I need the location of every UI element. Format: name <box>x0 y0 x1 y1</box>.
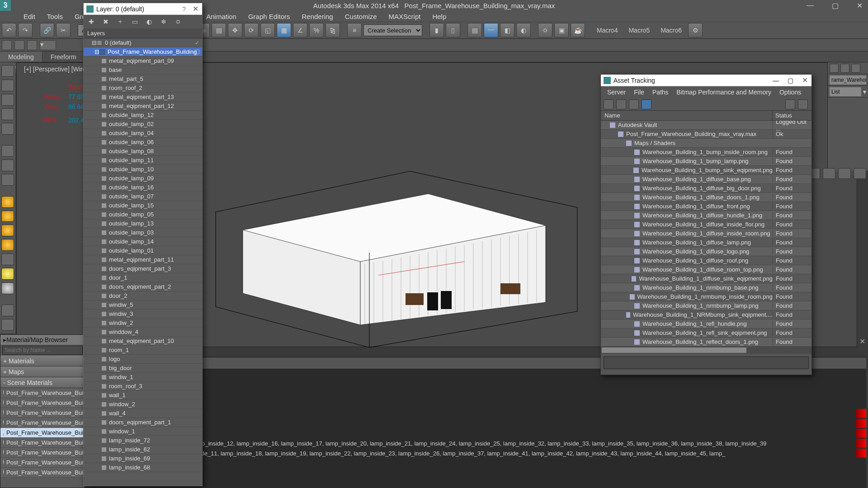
asset-min-button[interactable]: — <box>773 77 779 84</box>
asset-menu-options[interactable]: Options <box>776 88 805 97</box>
ls-grid-icon[interactable] <box>1 108 14 120</box>
layer-item[interactable]: outside_lamp_04 <box>84 129 202 138</box>
layer-item[interactable]: room_roof_2 <box>84 84 202 93</box>
modifier-list[interactable]: List <box>830 87 861 96</box>
menu-edit[interactable]: Edit <box>18 12 41 21</box>
ls-helper-1[interactable] <box>1 145 14 157</box>
col-name[interactable]: Name <box>601 111 773 120</box>
maximize-button[interactable]: ▢ <box>828 1 842 10</box>
named-selection[interactable]: Create Selection Se <box>363 24 422 36</box>
asset-row[interactable]: Warehouse_Building_1_diffuse_big_door.pn… <box>601 184 811 193</box>
layer-item[interactable]: metal_eqipment_part_09 <box>84 56 202 66</box>
layer-item[interactable]: metal_eqipment_part_11 <box>84 255 202 264</box>
menu-customize[interactable]: Customize <box>340 12 382 21</box>
layer-item[interactable]: door_1 <box>84 273 202 282</box>
asset-row[interactable]: Maps / Shaders <box>601 139 811 148</box>
macro-settings[interactable]: ⚙ <box>688 23 703 38</box>
layer-item[interactable]: outside_lamp_16 <box>84 183 202 192</box>
schematic-button[interactable]: ◧ <box>500 23 514 38</box>
asset-dialog-title[interactable]: Asset Tracking — ▢ ✕ <box>601 75 811 86</box>
section-scene-materials[interactable]: - Scene Materials <box>0 377 85 388</box>
vp-orbit-icon[interactable] <box>838 168 851 179</box>
asset-row[interactable]: Warehouse_Building_1_diffuse_logo.pngFou… <box>601 247 811 256</box>
toggle-1[interactable]: ▮ <box>429 23 444 38</box>
layer-select-icon[interactable]: ▭ <box>130 17 140 27</box>
scene-material-item[interactable]: Post_Frame_Warehouse_Buil <box>0 458 85 468</box>
asset-row[interactable]: Warehouse_Building_1_nrmbump_inside_room… <box>601 292 811 301</box>
layer-item[interactable]: metal_eqipment_part_12 <box>84 102 202 111</box>
asset-help-icon[interactable] <box>785 99 795 109</box>
material-editor-button[interactable]: ◐ <box>516 23 531 38</box>
vp-zoom-icon[interactable] <box>823 168 835 179</box>
layer-item[interactable]: lamp_inside_72 <box>84 436 202 445</box>
asset-row[interactable]: Warehouse_Building_1_nrmbump_base.pngFou… <box>601 283 811 292</box>
layer-item[interactable]: outside_lamp_13 <box>84 219 202 228</box>
cmd-modify-icon[interactable] <box>840 64 849 73</box>
layer-dialog-help[interactable]: ? <box>182 5 186 13</box>
ls-systems-icon[interactable] <box>1 305 14 316</box>
render-frame-button[interactable]: ▣ <box>554 23 569 38</box>
asset-row[interactable]: Warehouse_Building_1_nrmbump_lamp.pngFou… <box>601 301 811 310</box>
layer-new-icon[interactable]: ✚ <box>86 17 96 27</box>
layer-item[interactable]: windiw_1 <box>84 373 202 382</box>
layer-item[interactable]: big_door <box>84 364 202 373</box>
curve-editor-button[interactable]: 〰 <box>484 23 498 38</box>
mirror-button[interactable]: ⧎ <box>326 23 340 38</box>
layer-item[interactable]: window_1 <box>84 427 202 436</box>
app-logo-icon[interactable]: 3 <box>0 0 11 11</box>
panel-close-icon[interactable]: ✕ <box>859 337 865 346</box>
layer-item[interactable]: lamp_inside_69 <box>84 454 202 463</box>
layer-dialog[interactable]: Layer: 0 (default) ? ✕ ✚ ✖ ＋ ▭ ◐ ❄ ⛭ Lay… <box>83 3 203 486</box>
percent-snap[interactable]: % <box>309 23 324 38</box>
ls-cylinder-icon[interactable] <box>1 225 14 236</box>
redo-button[interactable]: ↷ <box>18 23 33 38</box>
asset-refresh-icon[interactable] <box>604 99 613 109</box>
ls-light-icon[interactable] <box>1 123 14 135</box>
ls-sphere-icon[interactable] <box>1 211 14 222</box>
ls-cone-icon[interactable] <box>1 253 14 265</box>
menu-graph-editors[interactable]: Graph Editors <box>243 12 296 21</box>
asset-row[interactable]: Warehouse_Building_1_diffuse_room_top.pn… <box>601 265 811 274</box>
layer-dialog-title[interactable]: Layer: 0 (default) ? ✕ <box>84 3 202 15</box>
cmd-hierarchy-icon[interactable] <box>851 64 860 73</box>
layer-item[interactable]: metal_eqipment_part_10 <box>84 337 202 346</box>
tab-modeling[interactable]: Modeling <box>0 52 42 62</box>
sec-btn-2[interactable] <box>14 40 24 50</box>
asset-view2-icon[interactable] <box>629 99 639 109</box>
asset-menu-server[interactable]: Server <box>604 88 629 97</box>
scene-material-item[interactable]: Post_Frame_Warehouse_Buil <box>0 408 85 418</box>
layer-item[interactable]: outside_lamp_02 <box>84 120 202 129</box>
layer-item[interactable]: outside_lamp_09 <box>84 174 202 183</box>
layer-manager-button[interactable]: ▤ <box>467 23 482 38</box>
vp-max-icon[interactable] <box>854 168 866 179</box>
render-setup-button[interactable]: ⛭ <box>538 23 552 38</box>
scene-material-item[interactable]: Post_Frame_Warehouse_Buil <box>0 418 85 428</box>
asset-row[interactable]: Warehouse_Building_1_diffuse_sink_eqipme… <box>601 274 811 283</box>
layer-item[interactable]: winddow_4 <box>84 328 202 337</box>
angle-snap[interactable]: ∠ <box>293 23 307 38</box>
ls-spline-icon[interactable] <box>1 239 14 251</box>
macro-6[interactable]: Macro6 <box>656 27 686 34</box>
layer-delete-icon[interactable]: ✖ <box>101 17 111 27</box>
layer-item[interactable]: outside_lamp_11 <box>84 156 202 165</box>
section-maps[interactable]: + Maps <box>0 366 85 377</box>
layer-selected[interactable]: ⊟ Post_Frame_Warehouse_Building <box>84 47 202 56</box>
asset-menu-file[interactable]: File <box>630 88 648 97</box>
layer-item[interactable]: outside_lamp_06 <box>84 138 202 147</box>
layer-item[interactable]: lamp_inside_62 <box>84 445 202 454</box>
material-search-input[interactable] <box>2 346 83 355</box>
asset-view3-icon[interactable] <box>642 99 651 109</box>
asset-row[interactable]: Warehouse_Building_1_refl_sink_eqipment.… <box>601 328 811 338</box>
sec-btn-3[interactable] <box>27 40 37 50</box>
asset-row[interactable]: Warehouse_Building_1_diffuse_roof.pngFou… <box>601 256 811 265</box>
asset-row[interactable]: Warehouse_Building_1_diffuse_doors_1.png… <box>601 193 811 202</box>
asset-menu-bitmap-performance-and-memory[interactable]: Bitmap Performance and Memory <box>673 88 775 97</box>
sec-btn-1[interactable] <box>2 40 12 50</box>
layer-dialog-close[interactable]: ✕ <box>193 5 198 13</box>
ls-list-icon[interactable] <box>1 94 14 106</box>
ls-box-icon[interactable] <box>1 196 14 208</box>
align-button[interactable]: ≡ <box>347 23 362 38</box>
scene-material-item[interactable]: Post_Frame_Warehouse_Buil <box>0 388 85 398</box>
asset-max-button[interactable]: ▢ <box>788 77 793 84</box>
layer-item[interactable]: outside_lamp_01 <box>84 246 202 255</box>
